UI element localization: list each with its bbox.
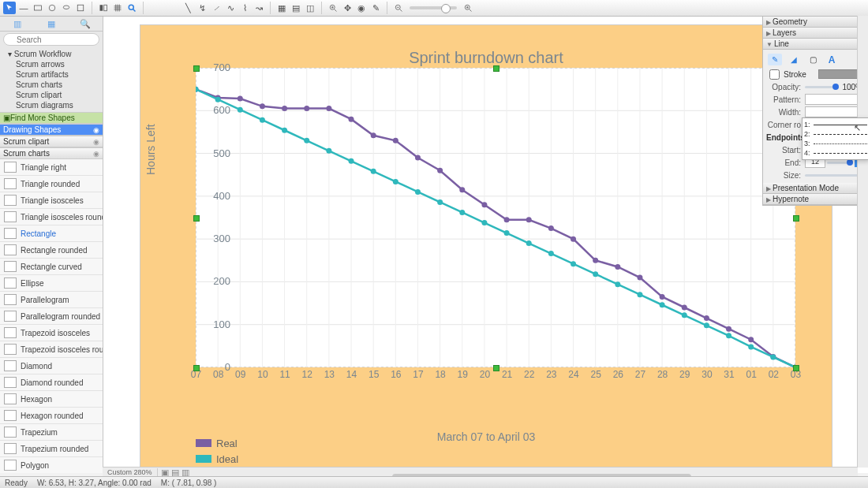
shape-rectangle[interactable]: Rectangle	[0, 225, 103, 242]
pattern-dropdown[interactable]: 1: 2: 3: 4: ↖	[802, 117, 868, 160]
width-field[interactable]	[805, 106, 862, 117]
zoom-in-icon-2[interactable]	[462, 2, 474, 14]
tree-item[interactable]: Scrum diagrams	[0, 100, 103, 110]
pattern-opt-2[interactable]: 2:	[804, 130, 810, 138]
shape-rectangle-curved[interactable]: Rectangle curved	[0, 259, 103, 275]
line-tool[interactable]: ╲	[181, 2, 194, 14]
shape-polygon[interactable]: Polygon	[0, 457, 103, 473]
align-tool[interactable]: ▦	[275, 2, 288, 14]
shape-trapezium-rounded[interactable]: Trapezium rounded	[0, 441, 103, 457]
line-tab-fill[interactable]: ◢	[787, 54, 801, 65]
tool-dash[interactable]: —	[17, 2, 30, 14]
pattern-opt-3[interactable]: 3:	[804, 140, 810, 147]
shape-parallelogram-rounded[interactable]: Parallelogram rounded	[0, 308, 103, 325]
callout-tool[interactable]	[60, 2, 73, 14]
shape-hexagon-rounded[interactable]: Hexagon rounded	[0, 408, 103, 424]
bezier-tool[interactable]: ⌇	[238, 2, 251, 14]
arc-tool[interactable]: ⟋	[210, 2, 223, 14]
chart-plot-area[interactable]	[196, 68, 795, 367]
opacity-slider[interactable]	[805, 86, 839, 88]
shape-rectangle-rounded[interactable]: Rectangle rounded	[0, 242, 103, 259]
svg-point-97	[682, 312, 687, 318]
stroke-checkbox[interactable]	[769, 69, 780, 80]
selection-handle[interactable]	[793, 215, 799, 222]
size-slider[interactable]	[805, 174, 862, 177]
selection-handle[interactable]	[493, 365, 499, 371]
stroke-swatch[interactable]	[818, 69, 862, 79]
group-scrum-clipart[interactable]: Scrum clipart◉	[0, 136, 103, 147]
tree-root[interactable]: ▾ Scrum Workflow	[0, 49, 103, 59]
smart-connector-tool[interactable]: ↯	[196, 2, 208, 14]
text-tool[interactable]	[46, 2, 58, 14]
shape-triangle-rounded[interactable]: Triangle rounded	[0, 176, 103, 192]
vertical-scrollbar[interactable]	[857, 16, 868, 468]
line-tab-pen[interactable]: ✎	[768, 54, 782, 65]
tree-item[interactable]: Scrum arrows	[0, 59, 103, 69]
grid-tool[interactable]	[111, 2, 124, 14]
svg-point-79	[282, 128, 287, 133]
end-slider[interactable]	[827, 162, 853, 164]
shape-triangle-right[interactable]: Triangle right	[0, 159, 103, 176]
distribute-tool[interactable]: ▤	[290, 2, 302, 14]
shape-trapezium[interactable]: Trapezium	[0, 424, 103, 441]
selection-handle[interactable]	[793, 365, 799, 371]
legend-label-real: Real	[216, 438, 238, 449]
zoom-out-icon[interactable]	[392, 2, 405, 14]
selection-handle[interactable]	[493, 65, 499, 72]
svg-point-57	[415, 155, 421, 161]
connector-tool[interactable]: ↝	[253, 2, 265, 14]
tree-item[interactable]: Scrum artifacts	[0, 69, 103, 80]
shape-tool[interactable]	[74, 2, 87, 14]
tree-item[interactable]: Scrum charts	[0, 80, 103, 90]
group-tool[interactable]: ◫	[304, 2, 316, 14]
library-tab-search[interactable]: 🔍	[69, 17, 103, 31]
tree-item[interactable]: Scrum clipart	[0, 90, 103, 100]
library-search-input[interactable]	[3, 33, 99, 46]
library-toggle[interactable]	[97, 2, 110, 14]
rect-tool[interactable]	[32, 2, 44, 14]
selection-handle[interactable]	[193, 365, 200, 371]
canvas-area[interactable]: Sprint burndown chart Hours Left 0100200…	[103, 17, 868, 473]
acc-hypernote[interactable]: ▶Hypernote	[763, 194, 866, 205]
group-scrum-charts[interactable]: Scrum charts◉	[0, 147, 103, 159]
line-tab-shadow[interactable]: ▢	[806, 54, 820, 65]
shape-triangle-isosceles[interactable]: Triangle isosceles	[0, 192, 103, 209]
svg-point-93	[593, 271, 598, 277]
zoom-in-icon[interactable]	[327, 2, 339, 14]
acc-layers[interactable]: ▶Layers	[763, 28, 866, 39]
zoom-readout[interactable]: Custom 280%	[103, 468, 158, 476]
acc-geometry[interactable]: ▶Geometry	[763, 17, 866, 28]
page-background[interactable]: Sprint burndown chart Hours Left 0100200…	[140, 24, 832, 473]
line-tab-text[interactable]: A	[825, 54, 839, 65]
selection-handle[interactable]	[193, 215, 200, 222]
acc-line[interactable]: ▼Line	[763, 39, 866, 50]
acc-presentation[interactable]: ▶Presentation Mode	[763, 183, 866, 194]
shape-hexagon[interactable]: Hexagon	[0, 391, 103, 408]
pattern-opt-4[interactable]: 4:	[804, 149, 810, 157]
find-more-shapes[interactable]: ▣ Find More Shapes	[0, 112, 103, 124]
library-tab-grid[interactable]: ▦	[34, 17, 68, 31]
svg-point-90	[526, 240, 532, 246]
pattern-opt-1[interactable]: 1:	[804, 121, 810, 129]
pattern-field[interactable]	[805, 94, 862, 105]
y-tick: 300	[207, 233, 230, 244]
zoom-slider[interactable]	[410, 6, 457, 9]
shape-ellipse[interactable]: Ellipse	[0, 275, 103, 292]
selection-handle[interactable]	[193, 65, 200, 72]
group-drawing-shapes[interactable]: Drawing Shapes◉	[0, 124, 103, 136]
pointer-tool[interactable]	[3, 2, 16, 14]
shape-diamond[interactable]: Diamond	[0, 358, 103, 374]
spline-tool[interactable]: ∿	[224, 2, 237, 14]
shape-trapezoid-isosceles-rounded[interactable]: Trapezoid isosceles rounded	[0, 341, 103, 358]
hand-tool[interactable]: ✥	[341, 2, 354, 14]
shape-diamond-rounded[interactable]: Diamond rounded	[0, 374, 103, 391]
shape-triangle-isosceles-rounded[interactable]: Triangle isosceles rounded	[0, 209, 103, 225]
x-tick: 13	[319, 369, 340, 380]
eyedropper-tool[interactable]: ✎	[369, 2, 382, 14]
shape-parallelogram[interactable]: Parallelogram	[0, 292, 103, 308]
shape-trapezoid-isosceles[interactable]: Trapezoid isosceles	[0, 325, 103, 341]
status-bar: Ready W: 6.53, H: 3.27, Angle: 0.00 rad …	[0, 476, 868, 488]
search-shapes-icon[interactable]	[125, 2, 138, 14]
library-tab-shapes[interactable]: ▥	[0, 17, 34, 31]
picker-tool[interactable]: ◉	[355, 2, 368, 14]
